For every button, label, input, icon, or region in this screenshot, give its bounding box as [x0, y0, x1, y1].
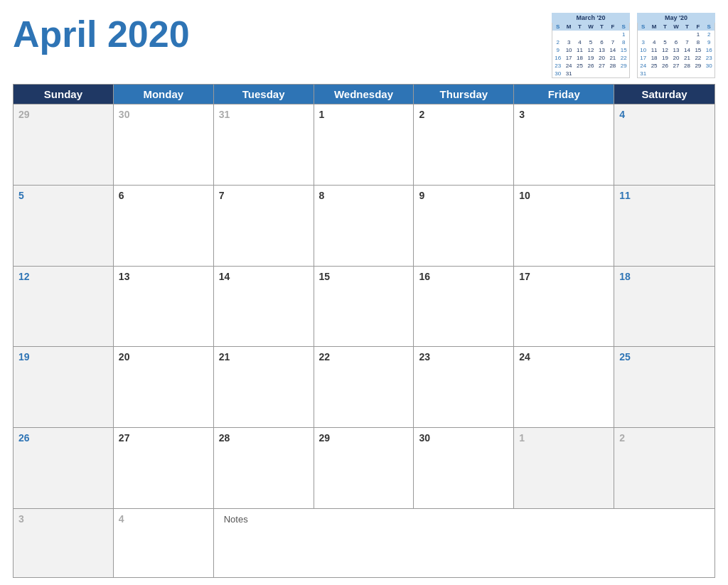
dow-f: F: [607, 23, 618, 31]
cell-apr11: 11: [614, 186, 714, 266]
header-tuesday: Tuesday: [214, 85, 314, 104]
mini-cal-march-grid: S M T W T F S 1 2 3: [552, 23, 630, 78]
week-2: 5 6 7 8 9 10 11: [14, 185, 714, 266]
cell-apr17: 17: [514, 267, 614, 347]
mini-cal-may-grid: S M T W T F S 1 2 3 4: [637, 23, 715, 78]
cell-apr9: 9: [414, 186, 514, 266]
cell-apr27: 27: [114, 428, 214, 508]
cell-apr10: 10: [514, 186, 614, 266]
mini-cal-may: May '20 S M T W T F S 1 2: [637, 13, 715, 78]
cell-apr3: 3: [514, 104, 614, 185]
calendar-header: Sunday Monday Tuesday Wednesday Thursday…: [14, 85, 714, 104]
main-calendar: Sunday Monday Tuesday Wednesday Thursday…: [13, 84, 715, 578]
cell-apr30: 30: [414, 428, 514, 508]
cell-mar29: 29: [14, 104, 114, 185]
cell-may2: 2: [614, 428, 714, 508]
may-dow-s: S: [638, 23, 648, 31]
cell-may4: 4: [114, 509, 214, 577]
header-sunday: Sunday: [14, 85, 114, 104]
cell-apr12: 12: [14, 267, 114, 347]
notes-week: 3 4 Notes: [14, 508, 714, 577]
cell-apr5: 5: [14, 186, 114, 266]
dow-s: S: [552, 23, 563, 31]
may-dow-w: W: [670, 23, 681, 31]
mini-cal-march-title: March '20: [552, 13, 630, 23]
week-3: 12 13 14 15 16 17 18: [14, 266, 714, 347]
header-thursday: Thursday: [414, 85, 514, 104]
calendar-page: April 2020 March '20 S M T W T F S: [0, 0, 728, 585]
cell-apr23: 23: [414, 347, 514, 427]
header-friday: Friday: [514, 85, 614, 104]
calendar-body: 29 30 31 1 2 3 4 5 6 7 8 9 10 11 12 13: [14, 104, 714, 577]
dow-w: W: [585, 23, 596, 31]
week-5: 26 27 28 29 30 1 2: [14, 427, 714, 508]
notes-label: Notes: [219, 510, 253, 528]
cell-mar30: 30: [114, 104, 214, 185]
cell-mar31: 31: [214, 104, 314, 185]
notes-cell[interactable]: Notes: [214, 509, 714, 577]
cell-apr26: 26: [14, 428, 114, 508]
cell-apr20: 20: [114, 347, 214, 427]
may-dow-m: M: [648, 23, 659, 31]
cell-apr28: 28: [214, 428, 314, 508]
dow-m: M: [563, 23, 574, 31]
header-saturday: Saturday: [614, 85, 714, 104]
cell-apr15: 15: [314, 267, 414, 347]
cell-apr18: 18: [614, 267, 714, 347]
cell-apr21: 21: [214, 347, 314, 427]
cell-apr8: 8: [314, 186, 414, 266]
cell-apr1: 1: [314, 104, 414, 185]
cell-apr13: 13: [114, 267, 214, 347]
mini-cal-march: March '20 S M T W T F S 1: [552, 13, 630, 78]
may-dow-f: F: [692, 23, 703, 31]
cell-apr19: 19: [14, 347, 114, 427]
cell-apr22: 22: [314, 347, 414, 427]
cell-apr14: 14: [214, 267, 314, 347]
cell-may1: 1: [514, 428, 614, 508]
cell-apr7: 7: [214, 186, 314, 266]
mini-cal-may-title: May '20: [637, 13, 715, 23]
cell-apr6: 6: [114, 186, 214, 266]
week-1: 29 30 31 1 2 3 4: [14, 104, 714, 185]
cell-apr16: 16: [414, 267, 514, 347]
dow-s2: S: [619, 23, 629, 31]
header-wednesday: Wednesday: [314, 85, 414, 104]
may-dow-t: T: [660, 23, 670, 31]
cell-apr25: 25: [614, 347, 714, 427]
dow-t2: T: [596, 23, 607, 31]
may-dow-t2: T: [682, 23, 692, 31]
may-dow-s2: S: [704, 23, 714, 31]
cell-apr2: 2: [414, 104, 514, 185]
header-monday: Monday: [114, 85, 214, 104]
week-4: 19 20 21 22 23 24 25: [14, 346, 714, 427]
page-title: April 2020: [13, 13, 190, 53]
cell-apr24: 24: [514, 347, 614, 427]
cell-may3: 3: [14, 509, 114, 577]
cell-apr4: 4: [614, 104, 714, 185]
mini-calendars: March '20 S M T W T F S 1: [552, 13, 715, 78]
header-row: April 2020 March '20 S M T W T F S: [13, 13, 715, 78]
cell-apr29: 29: [314, 428, 414, 508]
dow-t: T: [574, 23, 585, 31]
